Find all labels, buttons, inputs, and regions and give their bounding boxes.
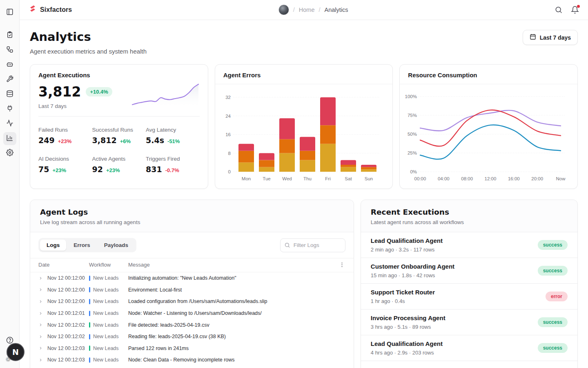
log-row[interactable]: Nov 12 00:12:00 New Leads Loaded configu… — [30, 296, 354, 307]
sidebar-item-integrations[interactable] — [3, 103, 16, 116]
workflow-color-bar — [89, 346, 90, 351]
date-range-button[interactable]: Last 7 days — [523, 30, 578, 45]
gear-icon — [6, 149, 13, 158]
log-row[interactable]: Nov 12 00:12:01 New Leads Node: Watcher … — [30, 307, 354, 319]
svg-text:Thu: Thu — [303, 176, 312, 181]
svg-text:Wed: Wed — [282, 176, 292, 181]
workflow-name: New Leads — [93, 287, 119, 293]
execution-item[interactable]: Invoice Processing Agent 3 hrs ago · 5.1… — [361, 310, 577, 335]
activity-icon — [6, 119, 13, 128]
brand[interactable]: Sixfactors — [29, 5, 72, 15]
sidebar-toggle-button[interactable] — [3, 6, 16, 19]
chevron-right-icon[interactable] — [38, 334, 44, 339]
stat-delta: +23% — [58, 138, 72, 144]
sidebar-item-agents[interactable] — [3, 58, 16, 72]
svg-text:08:00: 08:00 — [461, 176, 473, 181]
chevron-right-icon[interactable] — [38, 276, 44, 280]
log-row[interactable]: Nov 12 00:12:00 New Leads Environment: L… — [30, 284, 354, 296]
stat-label: Avg Latency — [146, 127, 200, 133]
stat-label: Failed Runs — [38, 127, 92, 133]
log-date: Nov 12 00:12:01 — [47, 310, 86, 316]
stat-label: Triggers Fired — [146, 156, 200, 162]
log-workflow: New Leads — [89, 334, 125, 339]
execution-name: Support Ticket Router — [371, 289, 435, 296]
sidebar-item-settings[interactable] — [3, 147, 16, 160]
stat-delta: +23% — [106, 167, 120, 173]
logs-tab-group: LogsErrorsPayloads — [38, 238, 136, 252]
execution-name: Invoice Processing Agent — [371, 314, 445, 321]
breadcrumb-home[interactable]: Home — [299, 7, 315, 13]
execution-item[interactable]: Lead Qualification Agent 2 min ago · 3.2… — [361, 232, 577, 258]
tab-payloads[interactable]: Payloads — [98, 240, 135, 251]
chevron-right-icon[interactable] — [38, 299, 44, 304]
execution-item[interactable]: Support Ticket Router 1 hr ago · 0.4s er… — [361, 284, 577, 310]
log-row[interactable]: Nov 12 00:12:02 New Leads Reading file: … — [30, 331, 354, 343]
sidebar-item-database[interactable] — [3, 88, 16, 101]
log-row[interactable]: Nov 12 00:12:03 New Leads Parsed 122 row… — [30, 343, 354, 355]
svg-text:Now: Now — [556, 176, 566, 181]
workflow-name: New Leads — [93, 357, 119, 363]
log-message: Reading file: leads-2025-04-19.csv (38 K… — [128, 334, 345, 339]
bot-icon — [6, 61, 13, 70]
chevron-right-icon[interactable] — [38, 323, 44, 327]
user-avatar-n[interactable]: N✳ — [7, 343, 24, 361]
svg-text:24: 24 — [225, 114, 231, 119]
log-date: Nov 12 00:12:03 — [47, 346, 86, 351]
table-menu-button[interactable] — [339, 262, 345, 268]
main-content: Analytics Agent execution metrics and sy… — [20, 20, 588, 368]
status-badge: success — [538, 266, 568, 276]
search-button[interactable] — [555, 6, 563, 14]
execution-meta: 2 min ago · 3.2s · 117 rows — [371, 247, 443, 253]
sidebar-item-workflows[interactable] — [3, 44, 16, 57]
notifications-button[interactable] — [571, 6, 579, 14]
svg-text:50%: 50% — [408, 132, 417, 137]
executions-sparkline-chart — [131, 81, 200, 108]
sidebar-item-tasks[interactable] — [3, 29, 16, 42]
bar-chart-icon — [6, 134, 13, 143]
logs-title: Agent Logs — [40, 208, 344, 216]
column-message: Message — [128, 262, 336, 268]
log-message: Initializing automation: "New Leads Auto… — [128, 275, 345, 281]
execution-item[interactable]: Customer Onboarding Agent 15 min ago · 1… — [361, 258, 577, 284]
page-subtitle: Agent execution metrics and system healt… — [30, 48, 147, 55]
log-row[interactable]: Nov 12 00:12:00 New Leads Initializing a… — [30, 272, 354, 284]
log-message: Environment: Local-first — [128, 287, 345, 293]
log-message: Loaded configuration from /Users/sam/Aut… — [128, 298, 345, 304]
brand-logo-icon — [29, 5, 37, 15]
tab-logs[interactable]: Logs — [40, 240, 66, 251]
resource-consumption-line-chart: 0%25%50%75%100%00:0004:0008:0012:0016:00… — [404, 88, 566, 185]
log-row[interactable]: Nov 12 00:12:03 New Leads Node: Clean Da… — [30, 354, 354, 366]
sidebar-item-tools[interactable] — [3, 73, 16, 86]
chevron-right-icon[interactable] — [38, 287, 44, 292]
execution-item[interactable]: Lead Qualification Agent 4 hrs ago · 2.9… — [361, 335, 577, 361]
log-date: Nov 12 00:12:02 — [47, 334, 86, 339]
stat-label: Active Agents — [92, 156, 146, 162]
log-row[interactable]: Nov 12 00:12:02 New Leads File detected:… — [30, 319, 354, 331]
svg-text:Fri: Fri — [325, 176, 330, 181]
app-root: N✳ Sixfactors / Home / Analytics A — [0, 0, 588, 368]
log-table-header: Date Workflow Message — [30, 258, 354, 272]
log-workflow: New Leads — [89, 322, 125, 328]
workflow-name: New Leads — [93, 346, 119, 351]
sidebar-item-analytics[interactable] — [3, 132, 16, 145]
log-workflow: New Leads — [89, 275, 125, 281]
log-message: Parsed 122 rows in 241ms — [128, 346, 345, 351]
agent-errors-bar-chart: 08162432MonTueWedThuFriSatSun — [219, 88, 381, 185]
chevron-right-icon[interactable] — [38, 346, 44, 350]
chevron-right-icon[interactable] — [38, 358, 44, 362]
chevron-right-icon[interactable] — [38, 311, 44, 316]
sidebar-item-activity[interactable] — [3, 117, 16, 130]
svg-text:32: 32 — [225, 95, 231, 100]
wrench-icon — [6, 75, 13, 84]
breadcrumb-current: Analytics — [325, 7, 348, 13]
log-workflow: New Leads — [89, 346, 125, 351]
workflow-color-bar — [89, 357, 90, 363]
svg-text:75%: 75% — [408, 113, 417, 118]
stat-value: 5.4s — [146, 136, 164, 145]
status-badge: success — [538, 343, 568, 353]
page-title: Analytics — [30, 30, 147, 44]
stat-value: 249 — [38, 136, 55, 145]
breadcrumb-separator: / — [319, 7, 321, 13]
tab-errors[interactable]: Errors — [67, 240, 97, 251]
avatar[interactable] — [278, 4, 289, 15]
